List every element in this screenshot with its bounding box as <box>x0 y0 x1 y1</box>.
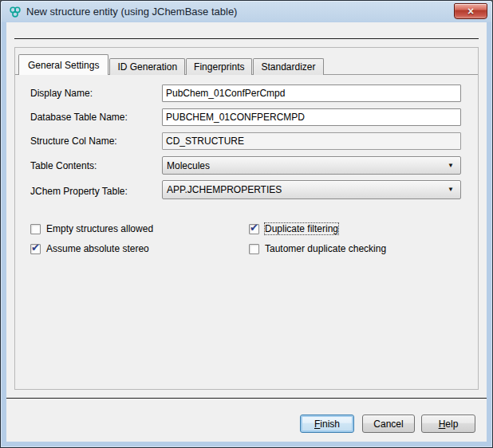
dropdown-arrow-icon: ▼ <box>448 163 454 169</box>
duplicate-filtering-checkbox-row[interactable]: ✔ Duplicate filtering <box>249 223 338 234</box>
window-title: New structure entity (using JChemBase ta… <box>26 6 237 18</box>
database-table-name-label: Database Table Name: <box>30 112 128 123</box>
finish-label: inish <box>320 419 340 430</box>
dialog-window: New structure entity (using JChemBase ta… <box>0 0 493 448</box>
tab-label: Fingerprints <box>194 61 244 73</box>
top-separator <box>14 38 479 39</box>
finish-button[interactable]: Finish <box>300 415 354 433</box>
display-name-input[interactable] <box>162 84 461 102</box>
assume-absolute-stereo-checkbox[interactable]: ✔ <box>30 244 41 254</box>
title-bar: New structure entity (using JChemBase ta… <box>1 1 492 22</box>
dropdown-arrow-icon: ▼ <box>448 187 454 193</box>
display-name-label: Display Name: <box>30 88 93 99</box>
cancel-button[interactable]: Cancel <box>362 415 415 433</box>
button-separator <box>6 398 487 399</box>
tab-label: General Settings <box>28 60 99 71</box>
tab-strip: General Settings ID Generation Fingerpri… <box>18 54 325 75</box>
jchem-property-table-label: JChem Property Table: <box>30 186 128 197</box>
duplicate-filtering-checkbox[interactable]: ✔ <box>249 224 259 234</box>
check-icon: ✔ <box>250 222 258 233</box>
duplicate-filtering-label[interactable]: Duplicate filtering <box>265 223 338 234</box>
assume-absolute-stereo-checkbox-row[interactable]: ✔ Assume absolute stereo <box>30 243 149 254</box>
structure-col-name-input <box>162 132 461 150</box>
close-button[interactable]: × <box>454 3 487 19</box>
jchem-app-icon <box>9 6 22 18</box>
tautomer-duplicate-checkbox[interactable]: ✔ <box>249 244 259 254</box>
tab-fingerprints[interactable]: Fingerprints <box>186 58 252 75</box>
help-button[interactable]: Help <box>421 415 475 433</box>
table-contents-value: Molecules <box>167 160 441 171</box>
database-table-name-input[interactable] <box>162 108 461 126</box>
table-contents-label: Table Contents: <box>30 160 97 171</box>
structure-col-name-label: Structure Col Name: <box>30 136 117 147</box>
tautomer-duplicate-checkbox-row[interactable]: ✔ Tautomer duplicate checking <box>249 243 386 254</box>
tab-id-generation[interactable]: ID Generation <box>109 58 185 75</box>
close-icon: × <box>467 6 474 17</box>
assume-absolute-stereo-label[interactable]: Assume absolute stereo <box>46 243 149 254</box>
jchem-property-table-value: APP.JCHEMPROPERTIES <box>167 184 441 195</box>
help-label: elp <box>445 419 458 430</box>
table-contents-select[interactable]: Molecules ▼ <box>162 156 461 175</box>
tab-label: ID Generation <box>117 61 177 73</box>
dialog-body: General Settings ID Generation Fingerpri… <box>6 22 487 442</box>
tab-general-settings[interactable]: General Settings <box>18 54 108 75</box>
tautomer-duplicate-label[interactable]: Tautomer duplicate checking <box>265 243 386 254</box>
empty-structures-checkbox[interactable]: ✔ <box>30 224 41 234</box>
check-icon: ✔ <box>31 242 40 253</box>
jchem-property-table-select[interactable]: APP.JCHEMPROPERTIES ▼ <box>162 180 461 199</box>
tab-standardizer[interactable]: Standardizer <box>253 58 323 75</box>
empty-structures-label[interactable]: Empty structures allowed <box>46 223 153 234</box>
tab-label: Standardizer <box>261 61 315 73</box>
empty-structures-checkbox-row[interactable]: ✔ Empty structures allowed <box>30 223 153 234</box>
